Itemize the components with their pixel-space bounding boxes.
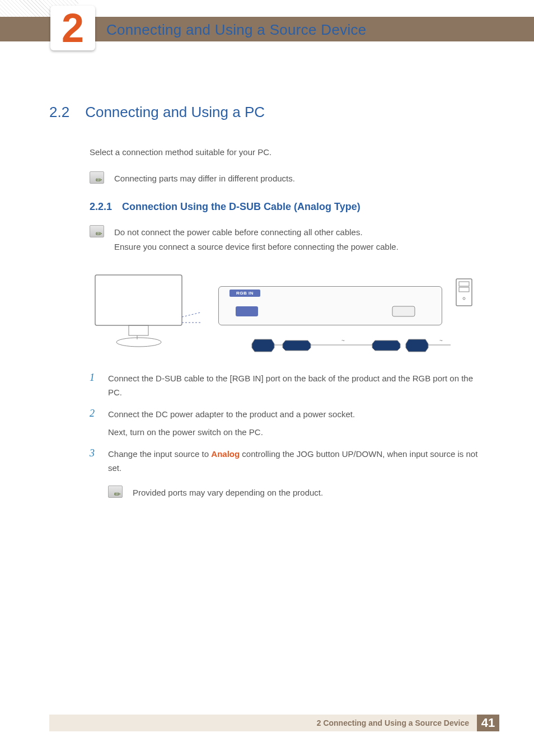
note-block-3: Provided ports may vary depending on the… xyxy=(108,486,489,500)
footer-text: 2 Connecting and Using a Source Device xyxy=(317,718,469,727)
chapter-title: Connecting and Using a Source Device xyxy=(106,21,367,39)
step-number: 1 xyxy=(90,372,98,400)
note-block-1: Connecting parts may differ in different… xyxy=(90,171,489,186)
intro-text: Select a connection method suitable for … xyxy=(90,146,489,159)
note-line-2: Ensure you connect a source device first… xyxy=(114,240,399,254)
svg-marker-15 xyxy=(372,340,400,351)
svg-marker-13 xyxy=(283,340,311,351)
step-text-line: Connect the DC power adapter to the prod… xyxy=(108,408,355,422)
note-text: Do not connect the power cable before co… xyxy=(114,225,399,254)
chapter-number-box: 2 xyxy=(50,6,95,50)
svg-rect-1 xyxy=(129,325,148,335)
subsection-title: Connection Using the D-SUB Cable (Analog… xyxy=(122,201,360,213)
step-text: Change the input source to Analog contro… xyxy=(108,447,489,475)
step-number: 2 xyxy=(90,408,98,440)
svg-point-2 xyxy=(116,338,161,347)
steps-list: 1 Connect the D-SUB cable to the [RGB IN… xyxy=(90,372,489,475)
analog-highlight: Analog xyxy=(211,449,240,459)
page-content: 2.2 Connecting and Using a PC Select a c… xyxy=(49,104,489,500)
section-heading: 2.2 Connecting and Using a PC xyxy=(49,104,489,121)
svg-rect-9 xyxy=(459,282,469,286)
step-text: Connect the D-SUB cable to the [RGB IN] … xyxy=(108,372,489,400)
step-text-before: Change the input source to xyxy=(108,449,211,459)
page-footer: 2 Connecting and Using a Source Device 4… xyxy=(49,715,499,731)
note-text: Provided ports may vary depending on the… xyxy=(133,486,323,500)
connection-diagram: RGB IN ~ ~ xyxy=(90,269,476,356)
section-number: 2.2 xyxy=(49,104,69,121)
svg-marker-16 xyxy=(406,339,428,352)
svg-rect-8 xyxy=(456,279,472,306)
pc-tower-icon xyxy=(453,276,476,310)
note-icon xyxy=(108,486,123,498)
step-2: 2 Connect the DC power adapter to the pr… xyxy=(90,408,489,440)
step-text-line: Next, turn on the power switch on the PC… xyxy=(108,426,355,440)
step-text: Connect the DC power adapter to the prod… xyxy=(108,408,355,440)
svg-text:~: ~ xyxy=(439,338,443,344)
page-number: 41 xyxy=(477,715,499,731)
monitor-icon xyxy=(90,269,202,356)
step-3: 3 Change the input source to Analog cont… xyxy=(90,447,489,475)
svg-text:~: ~ xyxy=(341,338,345,344)
svg-rect-7 xyxy=(392,306,415,316)
note-icon xyxy=(90,225,104,237)
note-text: Connecting parts may differ in different… xyxy=(114,171,295,186)
step-number: 3 xyxy=(90,447,98,475)
svg-marker-12 xyxy=(252,339,274,352)
chapter-number: 2 xyxy=(62,8,84,48)
step-1: 1 Connect the D-SUB cable to the [RGB IN… xyxy=(90,372,489,400)
section-title: Connecting and Using a PC xyxy=(85,104,265,121)
svg-rect-0 xyxy=(95,275,182,325)
cable-diagram: ~ ~ xyxy=(218,334,465,356)
note-block-2: Do not connect the power cable before co… xyxy=(90,225,489,254)
subsection-number: 2.2.1 xyxy=(90,201,112,213)
note-icon xyxy=(90,171,104,184)
svg-line-4 xyxy=(182,295,202,317)
subsection-heading: 2.2.1 Connection Using the D-SUB Cable (… xyxy=(90,201,489,213)
note-line-1: Do not connect the power cable before co… xyxy=(114,225,399,240)
svg-rect-6 xyxy=(236,306,258,316)
svg-rect-10 xyxy=(459,287,469,292)
svg-point-11 xyxy=(463,297,465,300)
rgb-in-label: RGB IN xyxy=(229,290,260,297)
